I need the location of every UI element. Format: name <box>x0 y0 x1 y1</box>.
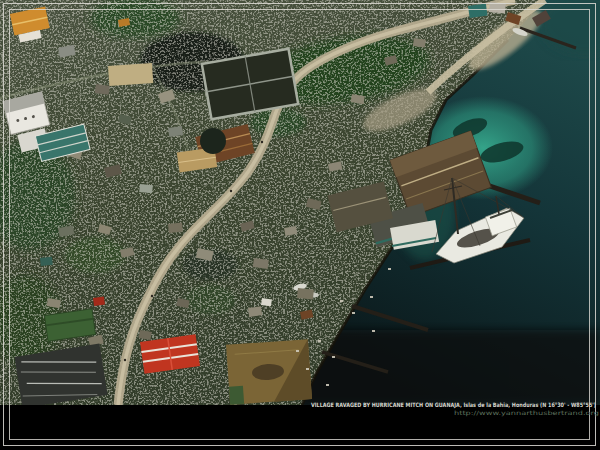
dark-tree-canopy <box>200 128 226 154</box>
caption-url: http://www.yannarthusbertrand.org <box>454 409 599 417</box>
photo <box>0 0 600 408</box>
aerial-photograph: VILLAGE RAVAGED BY HURRICANE MITCH ON GU… <box>0 0 600 450</box>
tan-building <box>108 63 153 86</box>
brown-hip-roof-building <box>226 339 312 405</box>
